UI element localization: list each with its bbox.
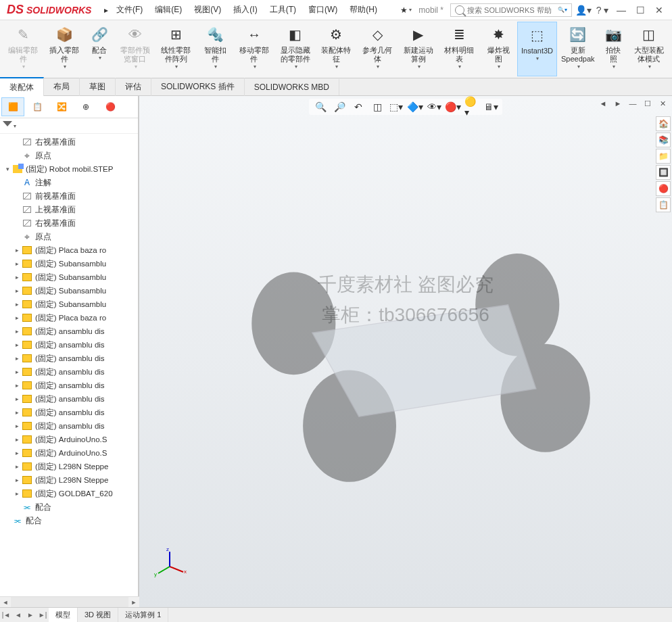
- tree-item[interactable]: ▸(固定) ansamblu dis: [0, 392, 138, 406]
- config-tab[interactable]: 🔀: [50, 97, 73, 116]
- appearance-tab[interactable]: 🔴: [99, 97, 122, 116]
- view-orient-icon[interactable]: ⬚▾: [389, 100, 404, 114]
- graphics-viewport[interactable]: ◄ ► — ☐ ✕ 🔍 🔎 ↶ ◫ ⬚▾ 🔷▾ 👁▾ 🔴▾ 🟡▾ 🖥▾ 🏠 📚 …: [139, 96, 672, 607]
- tree-item[interactable]: 上视基准面: [0, 203, 138, 216]
- expand-icon[interactable]: [14, 504, 20, 510]
- tree-item[interactable]: ⫘配合: [0, 500, 138, 514]
- scroll-left-icon[interactable]: ◄: [0, 597, 11, 607]
- hide-show-icon[interactable]: 👁▾: [427, 100, 441, 114]
- tab-SOLIDWORKS MBD[interactable]: SOLIDWORKS MBD: [245, 79, 339, 95]
- tree-item[interactable]: ▸(固定) Subansamblu: [0, 270, 138, 284]
- expand-icon[interactable]: ▸: [14, 260, 20, 267]
- tree-item[interactable]: ▸(固定) ArduinoUno.S: [0, 433, 138, 446]
- ribbon-拍快照[interactable]: 📷拍快照▾: [598, 22, 628, 76]
- filter-row[interactable]: ▾: [0, 118, 138, 134]
- resources-icon[interactable]: 📚: [656, 133, 671, 147]
- expand-icon[interactable]: [14, 193, 20, 199]
- vp-next-icon[interactable]: ►: [611, 97, 625, 110]
- expand-icon[interactable]: ▸: [14, 396, 20, 402]
- tab-first-icon[interactable]: |◄: [0, 609, 12, 621]
- property-tab[interactable]: 📋: [26, 97, 49, 116]
- ribbon-配合[interactable]: 🔗配合▾: [85, 22, 114, 76]
- search-box[interactable]: 🔍▾: [450, 3, 572, 17]
- tree-item[interactable]: A注解: [0, 176, 138, 189]
- tree-item[interactable]: ▸(固定) Subansamblu: [0, 257, 138, 270]
- ribbon-爆炸视图[interactable]: ✸爆炸视图▾: [480, 22, 517, 76]
- tree-item[interactable]: ▸(固定) L298N Steppe: [0, 473, 138, 487]
- ribbon-智能扣件[interactable]: 🔩智能扣件▾: [197, 22, 234, 76]
- motion-tab-运动算例 1[interactable]: 运动算例 1: [118, 608, 168, 622]
- tab-草图[interactable]: 草图: [80, 78, 116, 96]
- expand-icon[interactable]: [14, 152, 20, 159]
- ribbon-更新 Speedpak[interactable]: 🔄更新 Speedpak▾: [557, 22, 598, 76]
- motion-tab-模型[interactable]: 模型: [49, 608, 78, 622]
- expand-icon[interactable]: ▸: [14, 368, 20, 375]
- panel-scrollbar[interactable]: ◄ ►: [0, 596, 139, 607]
- vp-close-icon[interactable]: ✕: [656, 97, 669, 110]
- tab-prev-icon[interactable]: ◄: [12, 609, 24, 621]
- expand-icon[interactable]: ▸: [14, 355, 20, 362]
- menu-dropdown-icon[interactable]: ▸: [101, 5, 111, 15]
- expand-icon[interactable]: ▸: [14, 328, 20, 335]
- ribbon-编辑零部件[interactable]: ✎编辑零部件▾: [3, 22, 44, 76]
- tree-item[interactable]: ▸(固定) ansamblu dis: [0, 325, 138, 338]
- menu-帮助(H)[interactable]: 帮助(H): [344, 1, 383, 18]
- tree-item[interactable]: ▸(固定) Placa baza ro: [0, 243, 138, 257]
- tab-布局[interactable]: 布局: [44, 78, 80, 96]
- tree-item[interactable]: ⌖原点: [0, 230, 138, 243]
- expand-icon[interactable]: ▸: [14, 477, 20, 483]
- menu-编辑(E)[interactable]: 编辑(E): [149, 1, 187, 18]
- zoom-fit-icon[interactable]: 🔍: [313, 100, 328, 114]
- expand-icon[interactable]: ▸: [14, 450, 20, 456]
- tree-item[interactable]: 右视基准面: [0, 216, 138, 230]
- expand-icon[interactable]: ▸: [14, 314, 20, 321]
- tree-item[interactable]: ▸(固定) Subansamblu: [0, 297, 138, 311]
- tree-item[interactable]: ▸(固定) ansamblu dis: [0, 352, 138, 365]
- display-tab[interactable]: ⊕: [74, 97, 97, 116]
- section-view-icon[interactable]: ◫: [370, 100, 385, 114]
- expand-icon[interactable]: ▸: [14, 301, 20, 308]
- tree-item[interactable]: ▸(固定) ansamblu dis: [0, 419, 138, 433]
- expand-icon[interactable]: ▸: [14, 341, 20, 348]
- expand-icon[interactable]: ▸: [14, 274, 20, 281]
- tree-item[interactable]: ▸(固定) L298N Steppe: [0, 460, 138, 473]
- ribbon-参考几何体[interactable]: ◇参考几何体▾: [357, 22, 398, 76]
- expand-icon[interactable]: [14, 220, 20, 226]
- expand-icon[interactable]: ▸: [14, 436, 20, 443]
- menu-视图(V)[interactable]: 视图(V): [189, 1, 226, 18]
- expand-icon[interactable]: ▸: [14, 382, 20, 389]
- menu-文件(F)[interactable]: 文件(F): [111, 1, 148, 18]
- expand-icon[interactable]: [4, 517, 11, 524]
- ribbon-装配体特征[interactable]: ⚙装配体特征▾: [316, 22, 357, 76]
- scene-icon[interactable]: 🟡▾: [464, 100, 479, 114]
- zoom-area-icon[interactable]: 🔎: [332, 100, 347, 114]
- ribbon-线性零部件阵列[interactable]: ⊞线性零部件阵列▾: [155, 22, 197, 76]
- tree-item[interactable]: ⫘配合: [0, 514, 138, 527]
- expand-icon[interactable]: [14, 233, 20, 240]
- ribbon-材料明细表[interactable]: ≣材料明细表▾: [439, 22, 480, 76]
- tab-next-icon[interactable]: ►: [24, 609, 37, 621]
- tree-item[interactable]: 前视基准面: [0, 189, 138, 203]
- prev-view-icon[interactable]: ↶: [351, 100, 366, 114]
- help-icon[interactable]: ? ▾: [594, 2, 611, 18]
- tree-item[interactable]: ▸(固定) GOLDBAT_620: [0, 487, 138, 500]
- search-dropdown-icon[interactable]: 🔍▾: [558, 7, 567, 13]
- feature-tree-tab[interactable]: 🟧: [1, 97, 24, 116]
- tree-item[interactable]: ▸(固定) Subansamblu: [0, 284, 138, 297]
- scroll-right-icon[interactable]: ►: [128, 597, 139, 607]
- maximize-button[interactable]: ☐: [631, 2, 649, 18]
- ribbon-零部件预览窗口[interactable]: 👁零部件预览窗口▾: [114, 22, 155, 76]
- search-input[interactable]: [467, 6, 555, 14]
- ribbon-移动零部件[interactable]: ↔移动零部件▾: [234, 22, 275, 76]
- menu-插入(I)[interactable]: 插入(I): [228, 1, 262, 18]
- ribbon-新建运动算例[interactable]: ▶新建运动算例▾: [398, 22, 439, 76]
- tree-item[interactable]: 右视基准面: [0, 135, 138, 149]
- expand-icon[interactable]: ▸: [14, 490, 20, 497]
- home-icon[interactable]: 🏠: [656, 116, 671, 131]
- tab-评估[interactable]: 评估: [116, 78, 151, 96]
- tab-装配体[interactable]: 装配体: [0, 77, 44, 97]
- tree-item[interactable]: ▸(固定) ArduinoUno.S: [0, 446, 138, 460]
- user-icon[interactable]: 👤▾: [575, 2, 592, 18]
- menu-工具(T)[interactable]: 工具(T): [264, 1, 302, 18]
- tab-last-icon[interactable]: ►|: [37, 609, 49, 621]
